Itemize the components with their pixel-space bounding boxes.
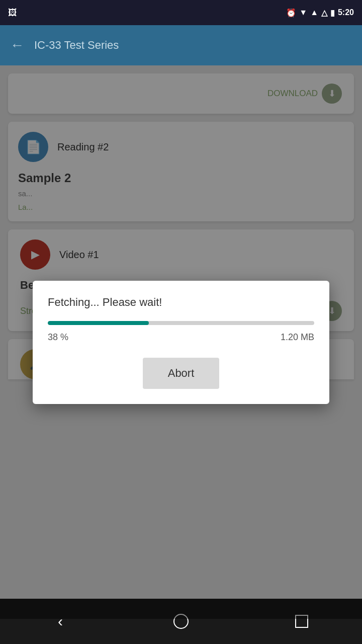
modal-title: Fetching... Please wait! [48,296,314,309]
time-display: 5:20 [338,8,354,17]
signal-icon: ▲ [310,8,318,17]
status-bar: 🖼 ⏰ ▼ ▲ △ ▮ 5:20 [0,0,362,25]
wifi-icon: ▼ [299,8,307,17]
signal2-icon: △ [321,8,327,18]
main-content: DOWNLOAD ⬇ 📄 Reading #2 Sample 2 sa... L… [0,65,362,619]
toolbar: ← IC-33 Test Series [0,25,362,65]
progress-percent: 38 % [48,332,68,343]
back-button[interactable]: ← [10,37,24,53]
progress-bar-fill [48,321,149,325]
battery-icon: ▮ [330,8,335,18]
status-left-icons: 🖼 [8,8,17,18]
abort-button[interactable]: Abort [143,358,220,389]
progress-bar-background [48,321,314,325]
modal-backdrop: Fetching... Please wait! 38 % 1.20 MB Ab… [0,65,362,619]
fetch-modal: Fetching... Please wait! 38 % 1.20 MB Ab… [33,281,329,404]
alarm-icon: ⏰ [286,8,296,18]
progress-size: 1.20 MB [281,332,314,343]
image-icon: 🖼 [8,8,17,18]
status-right-icons: ⏰ ▼ ▲ △ ▮ 5:20 [286,8,354,18]
progress-info: 38 % 1.20 MB [48,332,314,343]
page-title: IC-33 Test Series [34,39,119,52]
